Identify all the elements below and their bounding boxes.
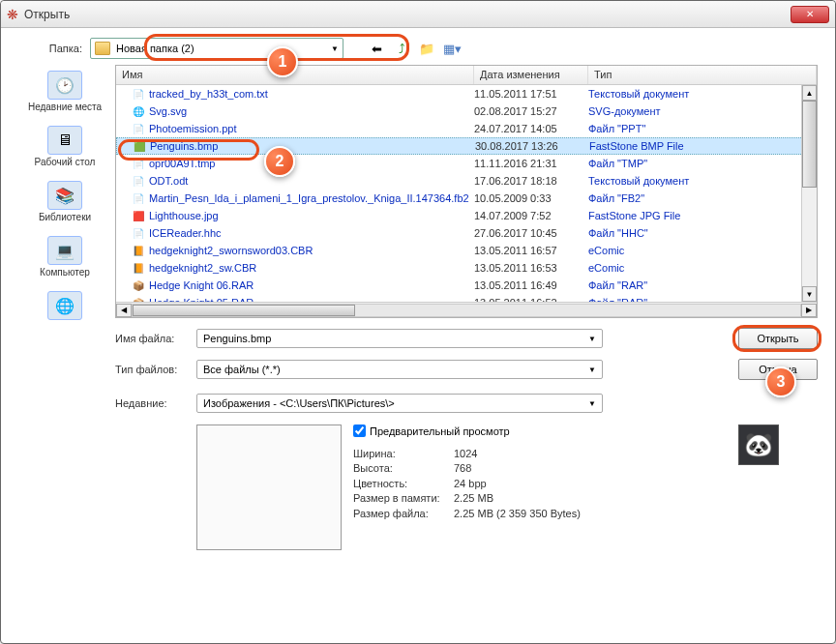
dialog-content: Папка: Новая папка (2) ▼ ⬅ ⤴ 📁 ▦▾ 🕑Недав… bbox=[1, 28, 835, 560]
folder-value: Новая папка (2) bbox=[116, 43, 194, 54]
file-icon: 🌐 bbox=[132, 104, 145, 118]
filetype-combo[interactable]: Все файлы (*.*)▼ bbox=[196, 360, 603, 379]
file-row[interactable]: 📄ICEReader.hhc27.06.2017 10:45Файл "HHC" bbox=[116, 224, 817, 242]
window-title: Открыть bbox=[24, 8, 70, 21]
file-type: SVG-документ bbox=[588, 105, 817, 117]
file-name: Penguins.bmp bbox=[150, 140, 218, 152]
callout-2: 2 bbox=[264, 146, 295, 177]
file-name: Martin_Pesn_lda_i_plameni_1_Igra_prestol… bbox=[149, 192, 469, 204]
file-row[interactable]: 📦Hedge Knight 05.RAR13.05.2011 16:52Файл… bbox=[116, 294, 817, 302]
file-icon: 🟩 bbox=[133, 139, 146, 153]
up-button[interactable]: ⤴ bbox=[392, 39, 411, 58]
file-date: 10.05.2009 0:33 bbox=[474, 192, 588, 204]
file-date: 13.05.2011 16:49 bbox=[474, 279, 588, 291]
place-computer[interactable]: 💻Компьютер bbox=[40, 236, 90, 278]
app-icon: ❋ bbox=[7, 7, 18, 22]
file-name: Svg.svg bbox=[149, 105, 187, 117]
file-row[interactable]: 🟥Lighthouse.jpg14.07.2009 7:52FastStone … bbox=[116, 207, 817, 224]
horizontal-scrollbar[interactable]: ◀▶ bbox=[116, 302, 817, 317]
file-type: eComic bbox=[588, 262, 817, 274]
filename-input[interactable]: Penguins.bmp▼ bbox=[196, 329, 603, 348]
header-date[interactable]: Дата изменения bbox=[474, 66, 588, 84]
close-button[interactable]: ✕ bbox=[791, 6, 829, 23]
file-type: Файл "TMP" bbox=[588, 158, 817, 169]
file-type: FastStone BMP File bbox=[589, 140, 816, 152]
new-folder-button[interactable]: 📁 bbox=[417, 39, 436, 58]
titlebar: ❋ Открыть ✕ bbox=[1, 1, 835, 28]
file-type: FastStone JPG File bbox=[588, 210, 817, 221]
file-date: 11.05.2011 17:51 bbox=[474, 88, 588, 100]
file-row[interactable]: 📄Martin_Pesn_lda_i_plameni_1_Igra_presto… bbox=[116, 190, 817, 207]
file-icon: 📦 bbox=[132, 278, 145, 292]
open-dialog: ❋ Открыть ✕ Папка: Новая папка (2) ▼ ⬅ ⤴… bbox=[0, 0, 836, 644]
file-date: 17.06.2017 18:18 bbox=[474, 175, 588, 187]
file-icon: 📄 bbox=[132, 226, 145, 240]
vertical-scrollbar[interactable]: ▲▼ bbox=[801, 85, 817, 302]
file-type: Файл "PPT" bbox=[588, 123, 817, 134]
file-name: Photoemission.ppt bbox=[149, 123, 237, 134]
file-date: 30.08.2017 13:26 bbox=[475, 140, 589, 152]
file-type: Файл "HHC" bbox=[588, 227, 817, 239]
file-type: Текстовый документ bbox=[588, 175, 817, 187]
back-button[interactable]: ⬅ bbox=[367, 39, 386, 58]
file-name: hedgeknight2_sw.CBR bbox=[149, 262, 256, 274]
folder-combo[interactable]: Новая папка (2) ▼ bbox=[90, 38, 343, 59]
place-recent[interactable]: 🕑Недавние места bbox=[28, 71, 102, 112]
file-row[interactable]: 📄opr00A9T.tmp11.11.2016 21:31Файл "TMP" bbox=[116, 155, 817, 172]
place-desktop[interactable]: 🖥Рабочий стол bbox=[35, 126, 96, 167]
preview-info: Предварительный просмотр Ширина:1024 Выс… bbox=[353, 424, 727, 550]
header-type[interactable]: Тип bbox=[588, 66, 817, 84]
file-type: Текстовый документ bbox=[588, 88, 817, 100]
file-type: Файл "RAR" bbox=[588, 279, 817, 291]
file-row[interactable]: 🟩Penguins.bmp30.08.2017 13:26FastStone B… bbox=[116, 137, 817, 155]
folder-toolbar: ⬅ ⤴ 📁 ▦▾ bbox=[367, 39, 462, 58]
place-libraries[interactable]: 📚Библиотеки bbox=[39, 181, 91, 222]
file-row[interactable]: 📄Photoemission.ppt24.07.2017 14:05Файл "… bbox=[116, 120, 817, 137]
file-name: hedgeknight2_swornsword03.CBR bbox=[149, 245, 313, 256]
preview-box bbox=[196, 424, 342, 550]
file-name: tracked_by_h33t_com.txt bbox=[149, 88, 268, 100]
file-date: 27.06.2017 10:45 bbox=[474, 227, 588, 239]
column-headers: Имя Дата изменения Тип bbox=[116, 66, 817, 85]
file-date: 13.05.2011 16:53 bbox=[474, 262, 588, 274]
file-row[interactable]: 📄ODT.odt17.06.2017 18:18Текстовый докуме… bbox=[116, 172, 817, 190]
callout-3: 3 bbox=[765, 366, 796, 397]
file-row[interactable]: 🌐Svg.svg02.08.2017 15:27SVG-документ bbox=[116, 102, 817, 120]
file-name: ODT.odt bbox=[149, 175, 188, 187]
file-name: Hedge Knight 06.RAR bbox=[149, 279, 254, 291]
file-icon: 📄 bbox=[132, 87, 145, 101]
preview-checkbox[interactable]: Предварительный просмотр bbox=[353, 424, 727, 437]
file-date: 14.07.2009 7:52 bbox=[474, 210, 588, 221]
recent-label: Недавние: bbox=[115, 397, 196, 409]
file-name: opr00A9T.tmp bbox=[149, 158, 215, 169]
open-button[interactable]: Открыть bbox=[738, 328, 818, 349]
file-date: 24.07.2017 14:05 bbox=[474, 123, 588, 134]
file-row[interactable]: 📄tracked_by_h33t_com.txt11.05.2011 17:51… bbox=[116, 85, 817, 102]
file-type: Файл "FB2" bbox=[588, 192, 817, 204]
filetype-label: Тип файлов: bbox=[115, 364, 196, 375]
file-row[interactable]: 📦Hedge Knight 06.RAR13.05.2011 16:49Файл… bbox=[116, 277, 817, 294]
recent-combo[interactable]: Изображения - <C:\Users\ПК\Pictures\>▼ bbox=[196, 394, 603, 413]
callout-1: 1 bbox=[267, 46, 298, 77]
file-name: Lighthouse.jpg bbox=[149, 210, 219, 221]
folder-icon bbox=[95, 42, 110, 55]
file-row[interactable]: 📙hedgeknight2_swornsword03.CBR13.05.2011… bbox=[116, 242, 817, 259]
file-row[interactable]: 📙hedgeknight2_sw.CBR13.05.2011 16:53eCom… bbox=[116, 259, 817, 277]
place-network[interactable]: 🌐 bbox=[47, 291, 82, 322]
file-icon: 📄 bbox=[132, 174, 145, 188]
views-button[interactable]: ▦▾ bbox=[442, 39, 462, 58]
filename-label: Имя файла: bbox=[115, 333, 196, 344]
chevron-down-icon: ▼ bbox=[331, 44, 339, 53]
file-date: 11.11.2016 21:31 bbox=[474, 158, 588, 169]
file-icon: 📄 bbox=[132, 157, 145, 170]
file-icon: 📄 bbox=[132, 191, 145, 205]
file-list: Имя Дата изменения Тип 📄tracked_by_h33t_… bbox=[115, 65, 818, 318]
file-date: 13.05.2011 16:57 bbox=[474, 245, 588, 256]
preview-thumbnail: 🐼 bbox=[738, 424, 779, 465]
file-icon: 📄 bbox=[132, 122, 145, 135]
file-date: 02.08.2017 15:27 bbox=[474, 105, 588, 117]
file-name: ICEReader.hhc bbox=[149, 227, 222, 239]
file-icon: 🟥 bbox=[132, 209, 145, 222]
places-bar: 🕑Недавние места 🖥Рабочий стол 📚Библиотек… bbox=[18, 65, 111, 550]
file-icon: 📙 bbox=[132, 244, 145, 257]
